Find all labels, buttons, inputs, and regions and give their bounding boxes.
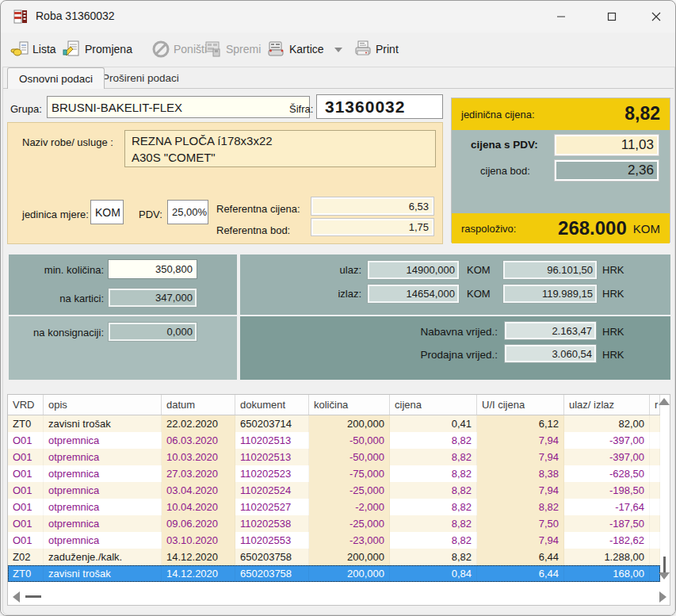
tab-prosireni-podaci[interactable]: Prošireni podaci [91, 67, 190, 89]
spremi-button[interactable]: Spremi [201, 36, 264, 63]
table-cell: 10.03.2020 [162, 449, 235, 465]
table-cell: 200,000 [309, 549, 390, 565]
scroll-up-icon[interactable] [659, 398, 670, 405]
ref-bod-input[interactable]: 1,75 [311, 218, 434, 236]
price-panel: jedinična cijena: 8,82 cijena s PDV: 11,… [451, 98, 670, 243]
close-icon [651, 12, 661, 21]
save-icon [204, 40, 223, 59]
table-cell: 1.288,00 [564, 549, 650, 565]
stock-left-top-block: min. količina: 350,800 na kartici: 347,0… [9, 254, 237, 315]
item-details-panel: Naziv robe/ usluge : REZNA PLOČA í178x3x… [7, 122, 443, 244]
column-header-6[interactable]: cijena [390, 395, 477, 415]
table-cell: 110202538 [235, 515, 309, 532]
naziv-line1: REZNA PLOČA í178x3x22 [132, 132, 429, 149]
table-cell: 10.04.2020 [162, 499, 235, 515]
ref-cijena-value: 6,53 [409, 201, 429, 212]
table-cell: 7,94 [477, 432, 564, 449]
scroll-left-icon[interactable] [13, 591, 20, 603]
price-vat-input[interactable]: 11,03 [554, 134, 659, 156]
print-button[interactable]: Print [350, 36, 402, 63]
table-cell: 03.04.2020 [162, 482, 235, 499]
na-konsignaciji-label: na konsignaciji: [9, 327, 104, 339]
ref-bod-value: 1,75 [409, 221, 429, 233]
vertical-scrollbar[interactable] [659, 395, 670, 587]
table-cell: -187,50 [564, 515, 650, 532]
table-cell: O01 [8, 449, 44, 465]
tab-prosireni-label: Prošireni podaci [102, 72, 179, 84]
min-kolicina-input[interactable]: 350,800 [108, 259, 197, 279]
na-kartici-field: 347,000 [108, 288, 197, 308]
lista-button[interactable]: Lista [7, 36, 59, 63]
table-cell: 22.02.2020 [162, 415, 235, 432]
table-cell: 03.10.2020 [162, 532, 235, 549]
table-row[interactable]: O01otpremnica10.03.2020110202513-50,0008… [8, 449, 660, 465]
column-header-5[interactable]: količina [309, 395, 390, 415]
column-header-7[interactable]: U/I cijena [477, 395, 564, 415]
ulaz-currency: HRK [602, 264, 624, 276]
ulaz-amount-field: 96.101,50 [502, 260, 598, 280]
table-cell: 8,82 [390, 549, 477, 565]
table-cell: 0,41 [390, 415, 477, 432]
table-cell: 8,82 [390, 482, 477, 499]
prodajna-field: 3.060,54 [504, 344, 597, 363]
pdv-input[interactable]: 25,00% [167, 200, 208, 224]
table-row[interactable]: O01otpremnica06.03.2020110202513-50,0008… [8, 432, 660, 449]
available-label: raspoloživo: [461, 223, 516, 235]
table-row[interactable]: Z02zaduženje./kalk.14.12.202065020375820… [8, 549, 660, 565]
ref-cijena-label: Referentna cijena: [216, 203, 300, 215]
unit-price-value: 8,82 [624, 103, 660, 124]
grupa-label: Grupa: [10, 103, 42, 115]
table-cell: 200,000 [309, 415, 390, 432]
table-row[interactable]: O01otpremnica09.06.2020110202538-25,0008… [8, 515, 660, 532]
table-row[interactable]: ZT0zavisni trošak22.02.2020650203714200,… [8, 415, 660, 432]
column-header-4[interactable]: dokument [235, 395, 309, 415]
table-row[interactable]: O01otpremnica10.04.2020110202527-2,0008,… [8, 499, 660, 515]
column-header-8[interactable]: ulaz/ izlaz [564, 395, 650, 415]
horizontal-scrollbar[interactable] [8, 587, 671, 606]
table-cell: Z02 [8, 549, 44, 565]
sifra-input[interactable]: 31360032 [316, 94, 443, 119]
kartice-dropdown-caret[interactable] [334, 48, 342, 52]
table-cell: -25,000 [309, 515, 390, 532]
table-cell: 27.03.2020 [162, 465, 235, 482]
table-cell: O01 [8, 532, 44, 549]
na-konsignaciji-value: 0,000 [166, 326, 193, 338]
nabavna-field: 2.163,47 [504, 321, 597, 340]
tab-osnovni-label: Osnovni podaci [19, 73, 93, 85]
izlaz-unit: KOM [467, 288, 491, 300]
ref-cijena-input[interactable]: 6,53 [311, 197, 434, 216]
close-button[interactable] [638, 1, 674, 32]
tab-osnovni-podaci[interactable]: Osnovni podaci [7, 67, 105, 89]
scroll-right-icon[interactable] [659, 591, 666, 603]
grupa-input[interactable]: BRUSNI-BAKELIT-FLEX [47, 96, 310, 118]
column-header-1[interactable]: VRD [8, 395, 44, 415]
column-header-2[interactable]: opis [44, 395, 162, 415]
table-row[interactable]: ZT0zavisni trošak14.12.2020650203758200,… [8, 565, 660, 582]
horizontal-scroll-thumb[interactable] [25, 595, 41, 598]
table-cell: otpremnica [44, 482, 162, 499]
unit-price-label: jedinična cijena: [461, 109, 535, 121]
app-window: Roba 31360032 Lista [0, 0, 676, 616]
ledger-header: VRDopisdatumdokumentkoličinacijenaU/I ci… [8, 395, 660, 415]
promjena-button[interactable]: Promjena [59, 36, 136, 63]
naziv-input[interactable]: REZNA PLOČA í178x3x22 A30S "COMET" [124, 130, 436, 167]
minimize-button[interactable] [543, 1, 579, 32]
table-cell: -75,000 [309, 465, 390, 482]
jedinica-mjere-input[interactable]: KOM [90, 200, 124, 224]
table-row[interactable]: O01otpremnica27.03.2020110202523-75,0008… [8, 465, 660, 482]
table-cell: 06.03.2020 [162, 432, 235, 449]
table-cell: 14.12.2020 [162, 565, 235, 582]
min-kolicina-value: 350,800 [155, 263, 193, 275]
scroll-down-icon[interactable] [659, 572, 670, 580]
table-row[interactable]: O01otpremnica03.04.2020110202524-25,0008… [8, 482, 660, 499]
table-cell: 110202553 [235, 532, 309, 549]
table-cell: O01 [8, 482, 44, 499]
table-row[interactable]: O01otpremnica03.10.2020110202553-23,0008… [8, 532, 660, 549]
kartice-button[interactable]: Kartice [264, 36, 327, 63]
table-cell: otpremnica [44, 465, 162, 482]
table-cell: ZT0 [8, 565, 44, 582]
edit-icon [63, 40, 82, 59]
ulaz-label: ulaz: [304, 264, 361, 276]
column-header-3[interactable]: datum [162, 395, 235, 415]
maximize-button[interactable] [594, 1, 630, 32]
